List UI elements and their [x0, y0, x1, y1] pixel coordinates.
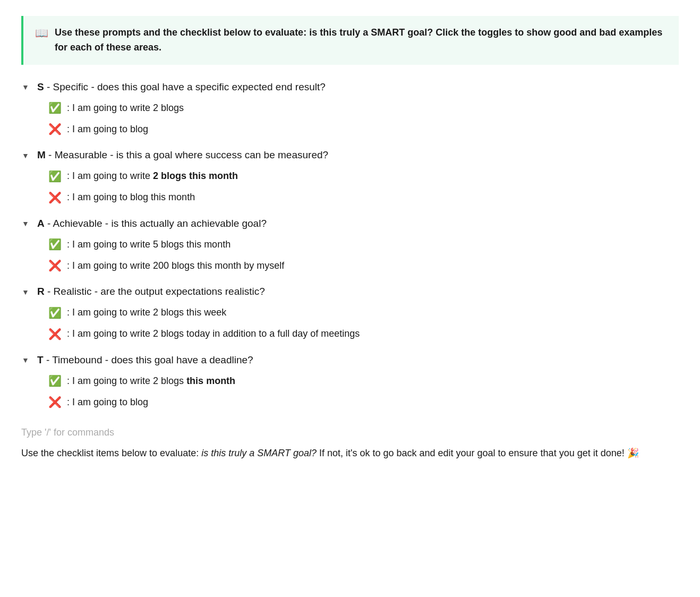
checkmark-icon: ✅	[48, 100, 62, 116]
cross-icon: ❌	[48, 394, 62, 410]
section-header-M[interactable]: ▼M - Measurable - is this a goal where s…	[21, 148, 679, 163]
section-header-R[interactable]: ▼R - Realistic - are the output expectat…	[21, 284, 679, 300]
checkmark-icon: ✅	[48, 168, 62, 184]
cross-icon: ❌	[48, 190, 62, 206]
example-item-T-0: ✅: I am going to write 2 blogs this mont…	[48, 373, 679, 389]
example-item-M-0: ✅: I am going to write 2 blogs this mont…	[48, 168, 679, 184]
example-text-T-0: : I am going to write 2 blogs this month	[67, 374, 235, 388]
checkmark-icon: ✅	[48, 305, 62, 321]
example-text-A-1: : I am going to write 200 blogs this mon…	[67, 259, 284, 273]
editor-text-after: If not, it's ok to go back and edit your…	[317, 448, 639, 458]
checkmark-icon: ✅	[48, 373, 62, 389]
example-text-R-0: : I am going to write 2 blogs this week	[67, 305, 226, 320]
book-icon: 📖	[35, 27, 48, 39]
cross-icon: ❌	[48, 121, 62, 137]
example-item-A-0: ✅: I am going to write 5 blogs this mont…	[48, 236, 679, 252]
chevron-down-icon[interactable]: ▼	[21, 356, 30, 364]
editor-area: Type '/' for commands Use the checklist …	[21, 427, 679, 461]
chevron-down-icon[interactable]: ▼	[21, 288, 30, 296]
checkmark-icon: ✅	[48, 236, 62, 252]
examples-R: ✅: I am going to write 2 blogs this week…	[48, 305, 679, 342]
section-title-S: S - Specific - does this goal have a spe…	[37, 80, 326, 95]
example-text-M-1: : I am going to blog this month	[67, 190, 195, 204]
cross-icon: ❌	[48, 326, 62, 342]
section-title-A: A - Achievable - is this actually an ach…	[37, 216, 267, 232]
example-item-R-0: ✅: I am going to write 2 blogs this week	[48, 305, 679, 321]
smart-section-S: ▼S - Specific - does this goal have a sp…	[21, 80, 679, 138]
example-text-S-1: : I am going to blog	[67, 122, 148, 137]
smart-section-T: ▼T - Timebound - does this goal have a d…	[21, 353, 679, 411]
section-header-A[interactable]: ▼A - Achievable - is this actually an ac…	[21, 216, 679, 232]
example-text-T-1: : I am going to blog	[67, 395, 148, 410]
chevron-down-icon[interactable]: ▼	[21, 151, 30, 160]
example-item-M-1: ❌: I am going to blog this month	[48, 190, 679, 206]
example-text-S-0: : I am going to write 2 blogs	[67, 101, 184, 115]
editor-text-before: Use the checklist items below to evaluat…	[21, 448, 201, 458]
smart-sections: ▼S - Specific - does this goal have a sp…	[21, 80, 679, 411]
info-box: 📖 Use these prompts and the checklist be…	[21, 16, 679, 65]
section-header-S[interactable]: ▼S - Specific - does this goal have a sp…	[21, 80, 679, 95]
examples-T: ✅: I am going to write 2 blogs this mont…	[48, 373, 679, 410]
info-box-text: Use these prompts and the checklist belo…	[55, 25, 667, 55]
cross-icon: ❌	[48, 258, 62, 274]
examples-A: ✅: I am going to write 5 blogs this mont…	[48, 236, 679, 274]
example-text-M-0: : I am going to write 2 blogs this month	[67, 169, 238, 183]
section-title-R: R - Realistic - are the output expectati…	[37, 284, 265, 300]
smart-section-R: ▼R - Realistic - are the output expectat…	[21, 284, 679, 342]
chevron-down-icon[interactable]: ▼	[21, 83, 30, 91]
example-item-T-1: ❌: I am going to blog	[48, 394, 679, 410]
example-text-R-1: : I am going to write 2 blogs today in a…	[67, 327, 360, 341]
section-title-T: T - Timebound - does this goal have a de…	[37, 353, 253, 368]
section-title-M: M - Measurable - is this a goal where su…	[37, 148, 328, 163]
chevron-down-icon[interactable]: ▼	[21, 219, 30, 228]
smart-section-A: ▼A - Achievable - is this actually an ac…	[21, 216, 679, 274]
smart-section-M: ▼M - Measurable - is this a goal where s…	[21, 148, 679, 206]
example-item-S-1: ❌: I am going to blog	[48, 121, 679, 137]
editor-content[interactable]: Use the checklist items below to evaluat…	[21, 446, 679, 461]
editor-text-italic: is this truly a SMART goal?	[201, 448, 317, 458]
example-item-R-1: ❌: I am going to write 2 blogs today in …	[48, 326, 679, 342]
examples-S: ✅: I am going to write 2 blogs❌: I am go…	[48, 100, 679, 137]
editor-placeholder[interactable]: Type '/' for commands	[21, 427, 679, 438]
section-header-T[interactable]: ▼T - Timebound - does this goal have a d…	[21, 353, 679, 368]
example-item-A-1: ❌: I am going to write 200 blogs this mo…	[48, 258, 679, 274]
example-item-S-0: ✅: I am going to write 2 blogs	[48, 100, 679, 116]
example-text-A-0: : I am going to write 5 blogs this month	[67, 237, 231, 252]
examples-M: ✅: I am going to write 2 blogs this mont…	[48, 168, 679, 206]
